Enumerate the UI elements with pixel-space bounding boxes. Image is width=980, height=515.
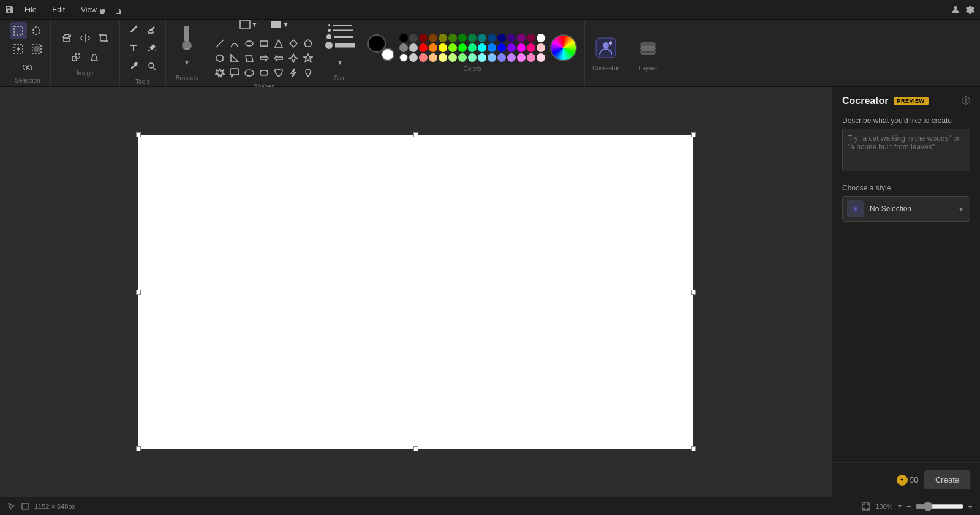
foreground-background-colors[interactable] xyxy=(368,34,394,61)
shape-triangle[interactable] xyxy=(272,37,285,50)
rect-select-button[interactable] xyxy=(10,22,27,39)
color-darkblue2[interactable] xyxy=(488,34,496,42)
size-option-1[interactable] xyxy=(328,24,352,26)
shape-fill-toggle[interactable]: ▼ xyxy=(266,16,293,33)
zoom-increase-button[interactable]: + xyxy=(968,502,973,511)
flip-h-button[interactable] xyxy=(77,29,94,47)
color-violet[interactable] xyxy=(507,43,516,52)
color-springgreen[interactable] xyxy=(468,43,477,52)
undo-button[interactable] xyxy=(99,5,109,15)
handle-bot-mid[interactable] xyxy=(413,446,418,451)
handle-top-mid[interactable] xyxy=(413,132,418,137)
color-red[interactable] xyxy=(419,43,428,52)
shape-rounded-rect[interactable] xyxy=(257,66,271,80)
select-all-button[interactable] xyxy=(19,61,36,73)
color-salmon[interactable] xyxy=(419,53,428,62)
color-lightmagenta[interactable] xyxy=(517,53,526,62)
color-darkpink[interactable] xyxy=(527,34,535,42)
handle-mid-right[interactable] xyxy=(691,290,696,295)
shape-diamond[interactable] xyxy=(287,37,300,50)
color-mint[interactable] xyxy=(468,53,477,62)
color-darkcyan[interactable] xyxy=(478,34,486,42)
skew-button[interactable] xyxy=(86,49,103,66)
color-cornflower[interactable] xyxy=(488,53,496,62)
shape-oval2[interactable] xyxy=(243,66,256,80)
info-icon[interactable]: ⓘ xyxy=(962,96,970,107)
shape-pentagon[interactable] xyxy=(301,37,315,50)
canvas[interactable] xyxy=(138,135,693,449)
layers-toolbar-icon[interactable] xyxy=(635,34,662,61)
color-lightpink[interactable] xyxy=(537,43,545,52)
color-green[interactable] xyxy=(458,43,467,52)
shape-6star[interactable] xyxy=(213,66,227,80)
shape-rect[interactable] xyxy=(257,37,271,50)
zoom-dropdown-icon[interactable] xyxy=(897,503,903,509)
color-lightyellow[interactable] xyxy=(439,53,447,62)
color-black[interactable] xyxy=(399,34,408,42)
size-option-3[interactable] xyxy=(326,34,353,39)
shape-hexagon[interactable] xyxy=(213,51,227,65)
size-dropdown-button[interactable]: ▼ xyxy=(334,54,345,71)
brush-icon[interactable] xyxy=(173,24,200,51)
handle-top-left[interactable] xyxy=(136,132,141,137)
color-lavender[interactable] xyxy=(507,53,516,62)
redo-button[interactable] xyxy=(111,5,121,15)
color-darkpurple[interactable] xyxy=(507,34,516,42)
color-yellowgreen[interactable] xyxy=(448,53,457,62)
menu-file[interactable]: File xyxy=(22,4,39,15)
fill-button[interactable] xyxy=(143,39,160,56)
color-periwinkle[interactable] xyxy=(497,53,506,62)
brush-dropdown-button[interactable]: ▼ xyxy=(178,54,195,71)
color-picker-button[interactable] xyxy=(550,34,577,61)
shape-outline-toggle[interactable]: ▼ xyxy=(235,16,262,33)
shape-5star[interactable] xyxy=(301,51,315,65)
eyedropper-button[interactable] xyxy=(125,58,142,75)
account-icon[interactable] xyxy=(951,5,960,15)
color-white[interactable] xyxy=(537,34,545,42)
color-darkgray[interactable] xyxy=(409,34,418,42)
color-rosewater[interactable] xyxy=(537,53,545,62)
shape-pin[interactable] xyxy=(301,66,315,80)
color-darkmagenta[interactable] xyxy=(517,34,526,42)
color-silver[interactable] xyxy=(409,43,418,52)
prompt-textarea[interactable] xyxy=(842,129,970,171)
handle-top-right[interactable] xyxy=(691,132,696,137)
color-lightcyan[interactable] xyxy=(478,53,486,62)
color-cyan[interactable] xyxy=(478,43,486,52)
menu-view[interactable]: View xyxy=(78,4,99,15)
color-blue[interactable] xyxy=(497,43,506,52)
shape-curve[interactable] xyxy=(228,37,241,50)
display-toggle[interactable] xyxy=(862,502,870,511)
settings-icon[interactable] xyxy=(965,5,975,15)
eraser-button[interactable] xyxy=(143,21,160,38)
color-darkorange[interactable] xyxy=(429,34,437,42)
shape-line[interactable] xyxy=(213,37,227,50)
color-lime[interactable] xyxy=(448,43,457,52)
handle-bot-left[interactable] xyxy=(136,446,141,451)
color-hotpink[interactable] xyxy=(527,43,535,52)
menu-edit[interactable]: Edit xyxy=(50,4,67,15)
shape-oval[interactable] xyxy=(243,37,256,50)
size-option-2[interactable] xyxy=(328,29,353,32)
shape-speech[interactable] xyxy=(228,66,241,80)
color-lightgreen[interactable] xyxy=(458,53,467,62)
zoom-slider[interactable] xyxy=(915,502,964,511)
background-color[interactable] xyxy=(381,48,394,61)
color-azure[interactable] xyxy=(488,43,496,52)
handle-bot-right[interactable] xyxy=(691,446,696,451)
color-lightpink2[interactable] xyxy=(527,53,535,62)
crop-button[interactable] xyxy=(95,29,112,47)
handle-mid-left[interactable] xyxy=(136,290,141,295)
create-button[interactable]: Create xyxy=(924,470,970,489)
color-darkteal[interactable] xyxy=(468,34,477,42)
shape-lightning[interactable] xyxy=(287,66,300,80)
cocreator-toolbar-icon[interactable] xyxy=(592,34,619,61)
shape-4star[interactable] xyxy=(287,51,300,65)
select-expand-button[interactable] xyxy=(10,40,27,58)
shape-right-triangle[interactable] xyxy=(228,51,241,65)
color-white2[interactable] xyxy=(399,53,408,62)
color-darkred[interactable] xyxy=(419,34,428,42)
canvas-area[interactable] xyxy=(0,87,832,497)
color-lightgray[interactable] xyxy=(409,53,418,62)
select-invert-button[interactable] xyxy=(28,40,45,58)
